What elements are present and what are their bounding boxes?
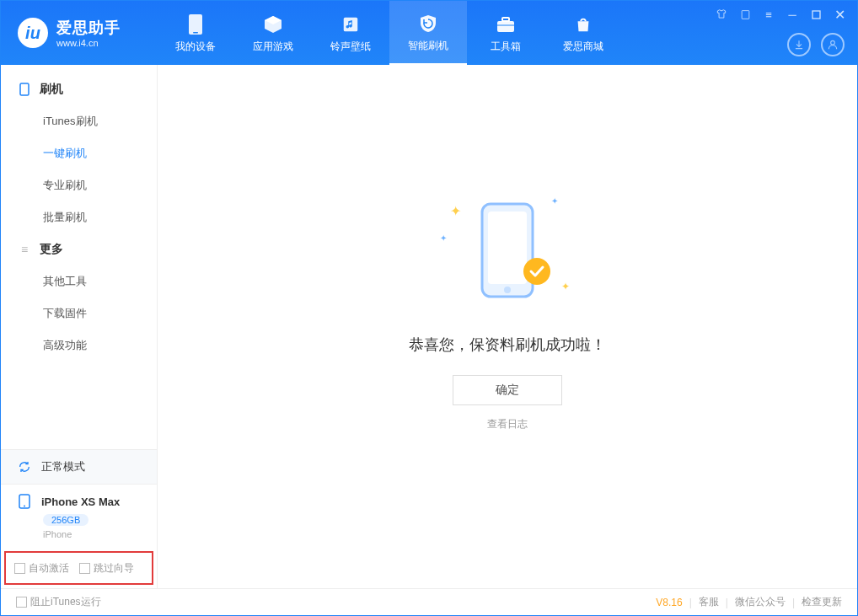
sidebar-item-batch-flash[interactable]: 批量刷机: [1, 201, 157, 233]
footer: 阻止iTunes运行 V8.16 | 客服 | 微信公众号 | 检查更新: [1, 588, 857, 615]
sidebar-item-itunes-flash[interactable]: iTunes刷机: [1, 105, 157, 137]
checkbox-icon: [16, 597, 27, 608]
sync-icon: [16, 458, 33, 475]
success-message: 恭喜您，保资料刷机成功啦！: [409, 335, 606, 355]
sidebar-item-other-tools[interactable]: 其他工具: [1, 265, 157, 297]
highlighted-options: 自动激活 跳过向导: [4, 551, 153, 585]
sidebar-scroll: 刷机 iTunes刷机 一键刷机 专业刷机 批量刷机 ≡ 更多 其他工具 下载固…: [1, 65, 157, 449]
tab-label: 智能刷机: [408, 39, 448, 53]
sidebar-item-advanced[interactable]: 高级功能: [1, 329, 157, 362]
checkbox-icon: [79, 563, 90, 574]
svg-rect-4: [502, 18, 509, 21]
success-graphic: ✦ ✦ ✦ ✦: [457, 191, 558, 309]
tab-label: 工具箱: [491, 40, 521, 54]
tab-smart-flash[interactable]: 智能刷机: [389, 1, 467, 65]
main-content: ✦ ✦ ✦ ✦ 恭喜您，保资料刷机成功啦！ 确定 查看日志: [158, 65, 857, 588]
logo-text: 爱思助手 www.i4.cn: [56, 18, 121, 48]
cube-icon: [263, 13, 283, 36]
device-sub: 256GB iPhone: [1, 513, 157, 548]
checkbox-label: 阻止iTunes运行: [30, 595, 101, 609]
phone-device-icon: [16, 493, 33, 510]
header-actions: [787, 33, 845, 56]
sidebar: 刷机 iTunes刷机 一键刷机 专业刷机 批量刷机 ≡ 更多 其他工具 下载固…: [1, 65, 158, 588]
checkbox-stop-itunes[interactable]: 阻止iTunes运行: [16, 595, 101, 609]
window-controls: ≡ ─ ✕: [714, 8, 847, 21]
tab-label: 爱思商城: [563, 40, 603, 54]
view-log-link[interactable]: 查看日志: [487, 417, 528, 431]
minimize-button[interactable]: ─: [785, 8, 800, 21]
device-name-row[interactable]: iPhone XS Max: [1, 485, 157, 513]
app-name-en: www.i4.cn: [56, 38, 121, 48]
refresh-shield-icon: [418, 12, 438, 35]
tab-ringtones-wallpapers[interactable]: 铃声壁纸: [312, 1, 389, 65]
storage-badge: 256GB: [43, 514, 88, 526]
customer-service-link[interactable]: 客服: [699, 595, 719, 609]
svg-point-14: [504, 287, 511, 293]
sidebar-item-oneclick-flash[interactable]: 一键刷机: [1, 137, 157, 169]
svg-rect-1: [193, 32, 198, 34]
svg-rect-9: [20, 83, 29, 95]
svg-rect-5: [497, 24, 514, 26]
tab-store[interactable]: 爱思商城: [544, 1, 622, 65]
svg-rect-7: [812, 11, 820, 19]
footer-left: 阻止iTunes运行: [16, 595, 101, 609]
nav-tabs: 我的设备 应用游戏 铃声壁纸 智能刷机: [157, 1, 622, 65]
sparkle-icon: ✦: [551, 196, 558, 206]
version-label: V8.16: [656, 597, 682, 608]
logo-icon: iu: [18, 18, 48, 48]
menu-icon[interactable]: ≡: [761, 8, 776, 21]
device-mode: 正常模式: [41, 459, 85, 474]
device-mode-row[interactable]: 正常模式: [1, 450, 157, 485]
tab-label: 我的设备: [175, 40, 216, 54]
sidebar-item-download-firmware[interactable]: 下载固件: [1, 297, 157, 329]
toolbox-icon: [496, 13, 516, 36]
svg-point-8: [831, 40, 835, 45]
shirt-icon[interactable]: [714, 8, 729, 21]
sparkle-icon: ✦: [440, 233, 447, 243]
header: iu 爱思助手 www.i4.cn 我的设备 应用游戏: [1, 1, 857, 65]
sparkle-icon: ✦: [450, 203, 461, 219]
svg-rect-3: [497, 21, 514, 32]
svg-rect-13: [488, 212, 527, 284]
bag-icon: [574, 13, 593, 36]
close-button[interactable]: ✕: [832, 8, 847, 21]
footer-right: V8.16 | 客服 | 微信公众号 | 检查更新: [656, 595, 842, 609]
app-window: iu 爱思助手 www.i4.cn 我的设备 应用游戏: [0, 0, 858, 616]
music-note-icon: [341, 13, 360, 36]
device-type: iPhone: [43, 529, 142, 539]
sidebar-item-pro-flash[interactable]: 专业刷机: [1, 169, 157, 201]
wechat-link[interactable]: 微信公众号: [735, 595, 786, 609]
ok-button[interactable]: 确定: [453, 375, 562, 405]
sparkle-icon: ✦: [561, 281, 570, 292]
checkbox-label: 跳过向导: [94, 561, 134, 576]
checkbox-skip-wizard[interactable]: 跳过向导: [79, 561, 134, 576]
svg-point-15: [523, 258, 550, 285]
group-title: 刷机: [40, 82, 63, 97]
maximize-button[interactable]: [808, 8, 823, 21]
list-icon: ≡: [18, 243, 31, 256]
check-badge-icon: [523, 257, 551, 286]
tab-toolbox[interactable]: 工具箱: [467, 1, 544, 65]
tab-label: 应用游戏: [253, 40, 293, 54]
sidebar-group-more: ≡ 更多: [1, 233, 157, 265]
checkbox-label: 自动激活: [29, 561, 69, 576]
check-update-link[interactable]: 检查更新: [802, 595, 842, 609]
tab-apps-games[interactable]: 应用游戏: [234, 1, 312, 65]
device-panel: 正常模式 iPhone XS Max 256GB iPhone: [1, 449, 157, 548]
tab-my-device[interactable]: 我的设备: [157, 1, 234, 65]
sidebar-group-flash: 刷机: [1, 73, 157, 105]
device-icon: [188, 13, 203, 36]
app-name-cn: 爱思助手: [56, 18, 121, 38]
checkbox-icon: [14, 563, 25, 574]
logo-area: iu 爱思助手 www.i4.cn: [1, 18, 157, 48]
download-icon[interactable]: [787, 33, 811, 56]
svg-rect-0: [189, 14, 202, 35]
note-icon[interactable]: [737, 8, 753, 21]
group-title: 更多: [40, 242, 63, 257]
tab-label: 铃声壁纸: [330, 40, 371, 54]
checkbox-auto-activate[interactable]: 自动激活: [14, 561, 69, 576]
svg-point-11: [24, 506, 25, 507]
device-name: iPhone XS Max: [41, 495, 120, 508]
phone-icon: [18, 83, 31, 96]
user-icon[interactable]: [821, 33, 845, 56]
